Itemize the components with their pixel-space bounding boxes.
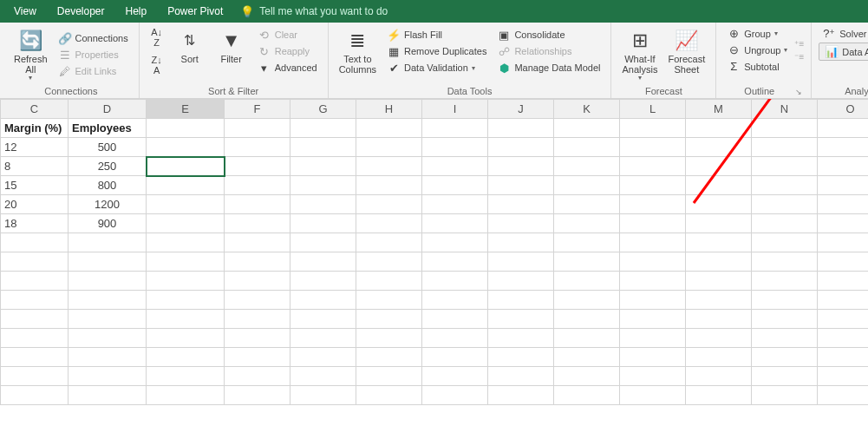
outline-dialog-launcher[interactable]: ↘ xyxy=(795,88,804,96)
cell[interactable] xyxy=(356,176,422,195)
cell[interactable] xyxy=(752,367,818,386)
menu-help[interactable]: Help xyxy=(117,3,156,20)
cell[interactable] xyxy=(620,233,686,252)
grid[interactable]: C D E F G H I J K L M N O Margin (%) Emp… xyxy=(0,99,868,405)
col-header[interactable]: E xyxy=(147,100,225,119)
cell[interactable] xyxy=(147,291,225,310)
cell[interactable] xyxy=(422,195,488,214)
cell[interactable]: 250 xyxy=(69,157,147,176)
cell[interactable] xyxy=(488,233,554,252)
cell[interactable] xyxy=(818,329,869,348)
cell[interactable] xyxy=(686,291,752,310)
cell[interactable] xyxy=(69,233,147,252)
cell[interactable] xyxy=(752,310,818,329)
cell[interactable] xyxy=(422,214,488,233)
cell[interactable] xyxy=(620,214,686,233)
cell[interactable] xyxy=(488,348,554,367)
table-row[interactable] xyxy=(1,233,869,252)
cell[interactable] xyxy=(147,329,225,348)
cell[interactable] xyxy=(686,348,752,367)
data-analysis-button[interactable]: 📊 Data Analysis xyxy=(819,43,868,61)
cell[interactable] xyxy=(356,386,422,405)
cell[interactable] xyxy=(554,214,620,233)
cell[interactable] xyxy=(147,119,225,138)
cell[interactable] xyxy=(818,386,869,405)
cell[interactable]: Margin (%) xyxy=(1,119,69,138)
cell[interactable] xyxy=(225,195,290,214)
cell[interactable] xyxy=(818,157,869,176)
cell[interactable] xyxy=(620,348,686,367)
col-header[interactable]: N xyxy=(752,100,818,119)
cell[interactable] xyxy=(818,119,869,138)
cell[interactable] xyxy=(686,176,752,195)
cell[interactable] xyxy=(554,233,620,252)
cell[interactable] xyxy=(147,310,225,329)
cell[interactable] xyxy=(752,233,818,252)
cell[interactable] xyxy=(488,310,554,329)
cell[interactable] xyxy=(422,233,488,252)
cell[interactable] xyxy=(818,367,869,386)
reapply-button[interactable]: ↻ Reapply xyxy=(254,44,321,59)
group-rows-button[interactable]: ⊕ Group ▾ xyxy=(723,26,791,41)
cell[interactable] xyxy=(422,157,488,176)
cell[interactable] xyxy=(422,252,488,272)
cell[interactable] xyxy=(554,329,620,348)
cell[interactable] xyxy=(686,214,752,233)
col-header[interactable]: K xyxy=(554,100,620,119)
cell[interactable] xyxy=(356,195,422,214)
sort-desc-button[interactable]: Z↓A xyxy=(147,54,167,76)
cell[interactable] xyxy=(620,176,686,195)
cell[interactable] xyxy=(225,348,290,367)
cell[interactable] xyxy=(818,252,869,272)
cell[interactable] xyxy=(620,138,686,157)
col-header[interactable]: L xyxy=(620,100,686,119)
cell[interactable] xyxy=(147,272,225,291)
cell[interactable] xyxy=(69,291,147,310)
cell[interactable] xyxy=(356,233,422,252)
relationships-button[interactable]: ☍ Relationships xyxy=(493,44,604,59)
col-header[interactable]: J xyxy=(488,100,554,119)
column-headers[interactable]: C D E F G H I J K L M N O xyxy=(1,100,869,119)
cell[interactable] xyxy=(225,367,290,386)
active-cell[interactable] xyxy=(147,157,225,176)
data-validation-button[interactable]: ✔ Data Validation ▾ xyxy=(383,61,490,75)
cell[interactable] xyxy=(69,348,147,367)
cell[interactable] xyxy=(147,195,225,214)
table-row[interactable]: 8 250 xyxy=(1,157,869,176)
cell[interactable] xyxy=(686,386,752,405)
cell[interactable] xyxy=(686,310,752,329)
cell[interactable] xyxy=(620,195,686,214)
sort-button[interactable]: ⇅ Sort xyxy=(171,26,209,76)
cell[interactable] xyxy=(488,195,554,214)
cell[interactable] xyxy=(620,291,686,310)
cell[interactable] xyxy=(686,138,752,157)
cell[interactable]: 18 xyxy=(1,214,69,233)
cell[interactable] xyxy=(422,272,488,291)
cell[interactable] xyxy=(69,329,147,348)
table-row[interactable] xyxy=(1,310,869,329)
outline-hide-icon[interactable]: ⁻≡ xyxy=(794,52,804,62)
cell[interactable] xyxy=(620,329,686,348)
outline-show-icon[interactable]: ⁺≡ xyxy=(794,39,804,49)
refresh-all-button[interactable]: 🔄 Refresh All ▾ xyxy=(10,26,51,84)
cell[interactable] xyxy=(422,329,488,348)
cell[interactable] xyxy=(225,272,290,291)
cell[interactable]: 12 xyxy=(1,138,69,157)
cell[interactable] xyxy=(356,119,422,138)
cell[interactable] xyxy=(1,252,69,272)
text-to-columns-button[interactable]: ≣ Text to Columns xyxy=(336,26,380,76)
col-header[interactable]: H xyxy=(356,100,422,119)
cell[interactable] xyxy=(488,367,554,386)
cell[interactable] xyxy=(69,272,147,291)
cell[interactable] xyxy=(356,138,422,157)
cell[interactable] xyxy=(356,214,422,233)
cell[interactable] xyxy=(1,233,69,252)
cell[interactable] xyxy=(356,291,422,310)
cell[interactable] xyxy=(488,176,554,195)
cell[interactable] xyxy=(422,386,488,405)
cell[interactable] xyxy=(290,348,356,367)
cell[interactable] xyxy=(818,138,869,157)
cell[interactable] xyxy=(290,329,356,348)
cell[interactable] xyxy=(752,138,818,157)
cell[interactable] xyxy=(488,119,554,138)
